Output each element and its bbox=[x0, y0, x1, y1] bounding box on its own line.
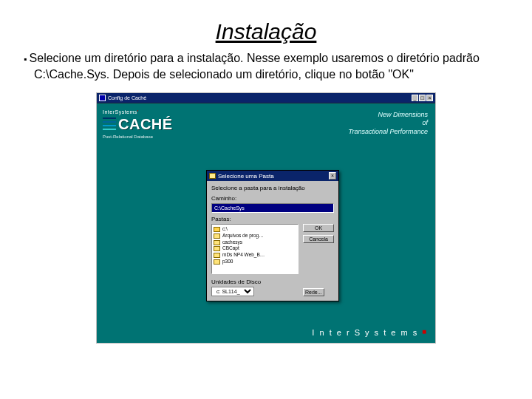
folders-label: Pastas: bbox=[211, 216, 334, 222]
path-input[interactable]: C:\CacheSys bbox=[211, 203, 334, 213]
dialog-close-icon[interactable]: × bbox=[329, 172, 336, 180]
folder-icon bbox=[214, 240, 220, 245]
folders-listbox[interactable]: c:\ Arquivos de prog… cachesys CBCapt mD… bbox=[211, 224, 299, 274]
footer-brand: I n t e r S y s t e m s ■ bbox=[312, 327, 428, 337]
dialog-instruction: Selecione a pasta para a instalação bbox=[211, 185, 334, 191]
slogan-line: of bbox=[349, 119, 428, 127]
dialog-title: Selecione uma Pasta bbox=[218, 173, 274, 180]
dialog-titlebar: Selecione uma Pasta × bbox=[207, 171, 338, 181]
list-item: p300 bbox=[214, 259, 296, 265]
app-icon bbox=[99, 95, 106, 101]
folder-icon bbox=[214, 246, 220, 251]
product-subtitle: Post-Relational Database bbox=[103, 134, 191, 139]
cancel-button[interactable]: Cancela bbox=[303, 235, 334, 243]
brand-apostrophe: ' bbox=[137, 109, 139, 115]
slide-bullet: Selecione um diretório para a instalação… bbox=[18, 50, 514, 82]
list-item: c:\ bbox=[214, 226, 296, 233]
window-titlebar: Config de Caché _ □ × bbox=[97, 93, 435, 103]
folder-icon bbox=[214, 259, 220, 265]
list-item: cachesys bbox=[214, 239, 296, 246]
path-label: Caminho: bbox=[211, 195, 334, 202]
drives-label: Unidades de Disco bbox=[211, 279, 299, 285]
folder-icon bbox=[209, 173, 216, 179]
network-button[interactable]: Rede... bbox=[303, 288, 324, 296]
folder-icon bbox=[214, 253, 220, 258]
slide-title: Instalação bbox=[13, 19, 519, 44]
folder-icon bbox=[214, 233, 220, 239]
product-name: CACHÉ bbox=[118, 116, 173, 132]
window-title: Config de Caché bbox=[108, 95, 146, 100]
slogan-line: Transactional Performance bbox=[349, 128, 428, 136]
list-item: CBCapt bbox=[214, 245, 296, 252]
minimize-icon[interactable]: _ bbox=[412, 95, 418, 101]
product-logo: InterSystems' CACHÉ Post-Relational Data… bbox=[103, 109, 191, 139]
slogan: New Dimensions of Transactional Performa… bbox=[349, 111, 428, 136]
folder-select-dialog: Selecione uma Pasta × Selecione a pasta … bbox=[206, 170, 339, 301]
maximize-icon[interactable]: □ bbox=[419, 95, 426, 101]
close-icon[interactable]: × bbox=[426, 95, 433, 101]
brand-name: InterSystems bbox=[103, 109, 137, 115]
drive-select[interactable]: c: SL114_ bbox=[211, 287, 254, 296]
installer-window: Config de Caché _ □ × InterSystems' CACH… bbox=[97, 93, 435, 343]
ok-button[interactable]: OK bbox=[303, 224, 334, 232]
folder-icon bbox=[214, 227, 220, 232]
list-item: Arquivos de prog… bbox=[214, 233, 296, 239]
list-item: mDs NP4 Web_B… bbox=[214, 252, 296, 259]
slogan-line: New Dimensions bbox=[349, 111, 428, 119]
